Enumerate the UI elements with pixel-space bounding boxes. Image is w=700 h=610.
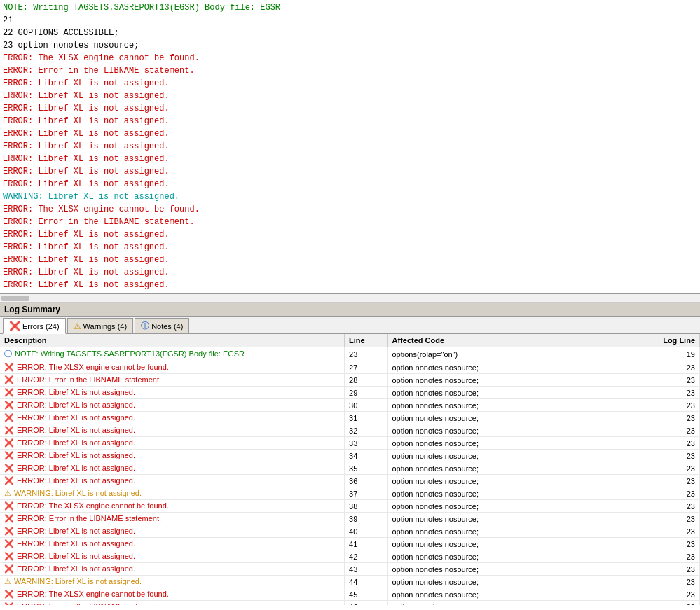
cell-line-14: 40 [345,525,387,538]
cell-description-2: ❌ERROR: Error in the LIBNAME statement. [0,374,345,387]
log-line: ERROR: Libref XL is not assigned. [3,266,697,279]
log-line: NOTE: Writing TAGSETS.SASREPORT13(EGSR) … [3,1,697,14]
cell-line-16: 42 [345,550,387,563]
cell-logline-9: 23 [624,462,700,475]
row-icon-17: ❌ [4,564,14,573]
cell-desc-text-12: ERROR: The XLSX engine cannot be found. [17,501,169,510]
tab-icon-notes: ⓘ [141,320,149,332]
row-icon-10: ❌ [4,476,14,485]
log-line: ERROR: Libref XL is not assigned. [3,241,697,254]
log-summary-header: Log Summary [0,303,700,317]
table-row[interactable]: ❌ERROR: The XLSX engine cannot be found.… [0,361,700,374]
log-line: ERROR: Libref XL is not assigned. [3,140,697,153]
table-row[interactable]: ❌ERROR: Error in the LIBNAME statement.2… [0,374,700,387]
cell-code-19: option nonotes nosource; [387,588,624,601]
cell-description-9: ❌ERROR: Libref XL is not assigned. [0,462,345,475]
cell-description-10: ❌ERROR: Libref XL is not assigned. [0,475,345,487]
table-row[interactable]: ❌ERROR: The XLSX engine cannot be found.… [0,588,700,601]
cell-desc-text-5: ERROR: Libref XL is not assigned. [17,413,135,422]
table-row[interactable]: ❌ERROR: Libref XL is not assigned.41opti… [0,538,700,550]
col-header-log-line: Log Line [624,334,700,347]
row-icon-7: ❌ [4,438,14,447]
cell-desc-text-10: ERROR: Libref XL is not assigned. [17,476,135,485]
cell-line-18: 44 [345,576,387,588]
cell-desc-text-9: ERROR: Libref XL is not assigned. [17,464,135,472]
horizontal-scrollbar[interactable] [0,294,700,303]
row-icon-4: ❌ [4,401,14,409]
cell-logline-19: 23 [624,588,700,601]
cell-desc-text-6: ERROR: Libref XL is not assigned. [17,426,135,434]
cell-desc-text-13: ERROR: Error in the LIBNAME statement. [17,514,161,522]
table-row[interactable]: ❌ERROR: Libref XL is not assigned.32opti… [0,424,700,437]
cell-code-3: option nonotes nosource; [387,387,624,399]
log-line: ERROR: Libref XL is not assigned. [3,178,697,190]
cell-logline-4: 23 [624,399,700,412]
row-icon-18: ⚠ [4,577,11,585]
table-row[interactable]: ❌ERROR: Libref XL is not assigned.42opti… [0,550,700,563]
cell-logline-20: 23 [624,601,700,606]
cell-line-9: 35 [345,462,387,475]
cell-description-19: ❌ERROR: The XLSX engine cannot be found. [0,588,345,601]
table-row[interactable]: ❌ERROR: Libref XL is not assigned.29opti… [0,387,700,399]
cell-desc-text-0: NOTE: Writing TAGSETS.SASREPORT13(EGSR) … [15,349,245,358]
cell-description-14: ❌ERROR: Libref XL is not assigned. [0,525,345,538]
table-row[interactable]: ⚠WARNING: Libref XL is not assigned.44op… [0,576,700,588]
table-row[interactable]: ❌ERROR: The XLSX engine cannot be found.… [0,500,700,513]
table-header-row: Description Line Affected Code Log Line [0,334,700,347]
table-row[interactable]: ❌ERROR: Libref XL is not assigned.31opti… [0,412,700,424]
cell-line-15: 41 [345,538,387,550]
cell-logline-11: 23 [624,487,700,500]
cell-desc-text-15: ERROR: Libref XL is not assigned. [17,539,135,548]
log-summary-table-area[interactable]: Description Line Affected Code Log Line … [0,334,700,605]
table-row[interactable]: ❌ERROR: Libref XL is not assigned.36opti… [0,475,700,487]
cell-logline-7: 23 [624,437,700,450]
row-icon-5: ❌ [4,413,14,422]
cell-code-4: option nonotes nosource; [387,399,624,412]
cell-description-0: ⓘNOTE: Writing TAGSETS.SASREPORT13(EGSR)… [0,347,345,361]
cell-code-10: option nonotes nosource; [387,475,624,487]
log-line: ERROR: Libref XL is not assigned. [3,77,697,90]
table-row[interactable]: ❌ERROR: Libref XL is not assigned.33opti… [0,437,700,450]
col-header-line: Line [345,334,387,347]
tab-label-errors: Errors (24) [22,322,60,331]
cell-logline-2: 23 [624,374,700,387]
table-row[interactable]: ❌ERROR: Error in the LIBNAME statement.4… [0,601,700,606]
cell-logline-14: 23 [624,525,700,538]
cell-description-6: ❌ERROR: Libref XL is not assigned. [0,424,345,437]
table-row[interactable]: ⓘNOTE: Writing TAGSETS.SASREPORT13(EGSR)… [0,347,700,361]
tab-label-notes: Notes (4) [151,322,183,331]
table-row[interactable]: ❌ERROR: Libref XL is not assigned.40opti… [0,525,700,538]
table-row[interactable]: ⚠WARNING: Libref XL is not assigned.37op… [0,487,700,500]
cell-line-3: 29 [345,387,387,399]
cell-logline-18: 23 [624,576,700,588]
cell-description-13: ❌ERROR: Error in the LIBNAME statement. [0,513,345,525]
row-icon-2: ❌ [4,375,14,384]
log-output-area: NOTE: Writing TAGSETS.SASREPORT13(EGSR) … [0,0,700,294]
table-row[interactable]: ❌ERROR: Libref XL is not assigned.43opti… [0,563,700,576]
cell-code-11: option nonotes nosource; [387,487,624,500]
cell-code-2: option nonotes nosource; [387,374,624,387]
row-icon-15: ❌ [4,539,14,548]
cell-description-1: ❌ERROR: The XLSX engine cannot be found. [0,361,345,374]
cell-logline-10: 23 [624,475,700,487]
log-line: ERROR: Libref XL is not assigned. [3,254,697,266]
cell-line-7: 33 [345,437,387,450]
table-row[interactable]: ❌ERROR: Libref XL is not assigned.30opti… [0,399,700,412]
table-body: ⓘNOTE: Writing TAGSETS.SASREPORT13(EGSR)… [0,347,700,606]
table-row[interactable]: ❌ERROR: Libref XL is not assigned.35opti… [0,462,700,475]
cell-line-17: 43 [345,563,387,576]
log-summary-table: Description Line Affected Code Log Line … [0,334,700,605]
cell-logline-17: 23 [624,563,700,576]
col-header-affected-code: Affected Code [387,334,624,347]
tab-errors[interactable]: ❌Errors (24) [3,318,66,334]
row-icon-0: ⓘ [4,349,12,358]
table-row[interactable]: ❌ERROR: Error in the LIBNAME statement.3… [0,513,700,525]
cell-logline-8: 23 [624,450,700,462]
tab-warnings[interactable]: ⚠Warnings (4) [67,318,134,333]
cell-code-20: option nonotes nosource; [387,601,624,606]
cell-code-17: option nonotes nosource; [387,563,624,576]
tab-notes[interactable]: ⓘNotes (4) [135,318,189,333]
table-row[interactable]: ❌ERROR: Libref XL is not assigned.34opti… [0,450,700,462]
cell-line-13: 39 [345,513,387,525]
cell-line-12: 38 [345,500,387,513]
